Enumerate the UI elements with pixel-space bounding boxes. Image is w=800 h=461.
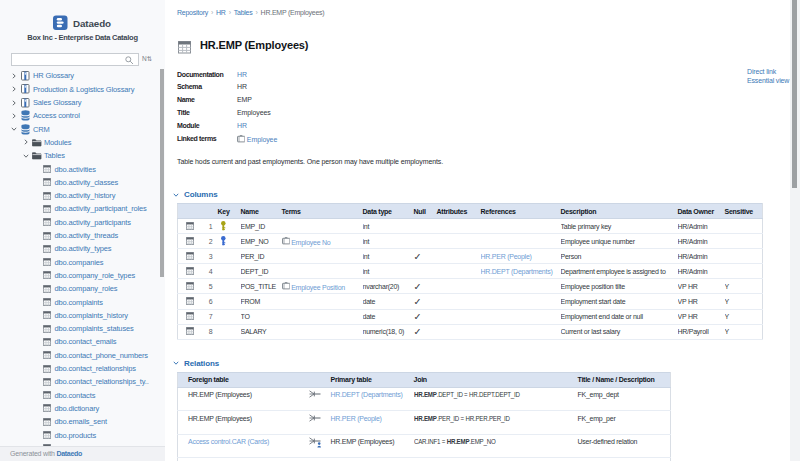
svg-text:Dataedo: Dataedo <box>73 18 111 29</box>
